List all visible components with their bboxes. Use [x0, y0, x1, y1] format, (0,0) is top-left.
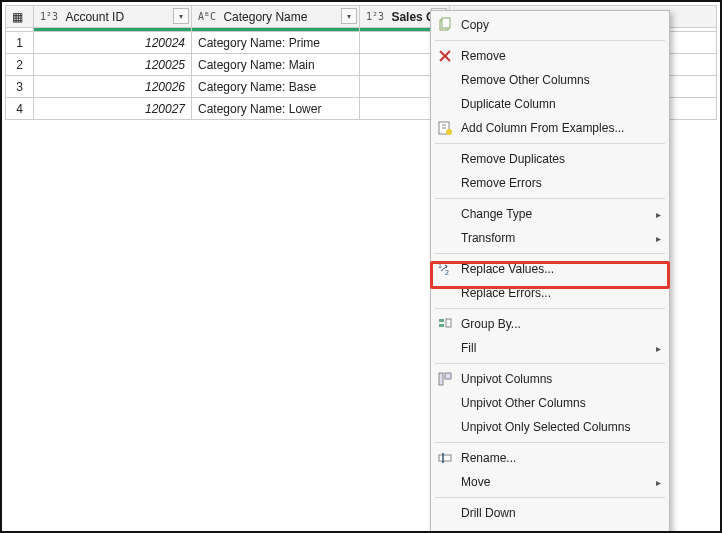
cell-category-name[interactable]: Category Name: Main — [192, 54, 360, 76]
menu-label: Drill Down — [461, 506, 516, 520]
menu-label: Group By... — [461, 317, 521, 331]
menu-label: Remove Duplicates — [461, 152, 565, 166]
menu-separator — [435, 253, 665, 254]
menu-label: Duplicate Column — [461, 97, 556, 111]
remove-icon — [436, 47, 454, 65]
table-corner[interactable]: ▦ — [6, 6, 34, 28]
menu-label: Add Column From Examples... — [461, 121, 624, 135]
cell-category-name[interactable]: Category Name: Base — [192, 76, 360, 98]
menu-remove-duplicates[interactable]: Remove Duplicates — [431, 147, 669, 171]
cell-category-name[interactable]: Category Name: Prime — [192, 32, 360, 54]
cell-account-id[interactable]: 120025 — [34, 54, 192, 76]
svg-rect-15 — [439, 455, 451, 461]
column-header-account-id[interactable]: 1²3 Account ID ▾ — [34, 6, 192, 28]
svg-rect-1 — [442, 18, 450, 28]
menu-label: Unpivot Only Selected Columns — [461, 420, 630, 434]
menu-separator — [435, 198, 665, 199]
menu-label: Transform — [461, 231, 515, 245]
menu-transform[interactable]: Transform — [431, 226, 669, 250]
menu-label: Copy — [461, 18, 489, 32]
menu-label: Remove — [461, 49, 506, 63]
filter-dropdown-icon[interactable]: ▾ — [341, 8, 357, 24]
row-number[interactable]: 3 — [6, 76, 34, 98]
column-context-menu: Copy Remove Remove Other Columns Duplica… — [430, 10, 670, 533]
menu-label: Unpivot Other Columns — [461, 396, 586, 410]
replace-values-icon: 12 — [436, 260, 454, 278]
cell-account-id[interactable]: 120027 — [34, 98, 192, 120]
svg-rect-14 — [445, 373, 451, 379]
menu-separator — [435, 442, 665, 443]
menu-label: Fill — [461, 341, 476, 355]
menu-remove-errors[interactable]: Remove Errors — [431, 171, 669, 195]
menu-copy[interactable]: Copy — [431, 13, 669, 37]
menu-label: Remove Other Columns — [461, 73, 590, 87]
menu-replace-values[interactable]: 12 Replace Values... — [431, 257, 669, 281]
row-number[interactable]: 4 — [6, 98, 34, 120]
svg-text:2: 2 — [445, 269, 449, 276]
svg-rect-12 — [446, 319, 451, 327]
menu-label: Move — [461, 475, 490, 489]
menu-remove-other-columns[interactable]: Remove Other Columns — [431, 68, 669, 92]
text-type-icon: AᴮC — [198, 11, 216, 22]
menu-label: Replace Values... — [461, 262, 554, 276]
menu-add-as-new-query[interactable]: Add as New Query — [431, 525, 669, 533]
menu-label: Change Type — [461, 207, 532, 221]
menu-remove[interactable]: Remove — [431, 44, 669, 68]
menu-rename[interactable]: Rename... — [431, 446, 669, 470]
menu-separator — [435, 40, 665, 41]
svg-rect-10 — [439, 319, 444, 322]
column-label: Account ID — [65, 10, 124, 24]
column-label: Category Name — [223, 10, 307, 24]
menu-separator — [435, 497, 665, 498]
menu-fill[interactable]: Fill — [431, 336, 669, 360]
numeric-type-icon: 1²3 — [40, 11, 58, 22]
menu-label: Replace Errors... — [461, 286, 551, 300]
menu-separator — [435, 363, 665, 364]
column-header-category-name[interactable]: AᴮC Category Name ▾ — [192, 6, 360, 28]
filter-dropdown-icon[interactable]: ▾ — [173, 8, 189, 24]
menu-replace-errors[interactable]: Replace Errors... — [431, 281, 669, 305]
menu-group-by[interactable]: Group By... — [431, 312, 669, 336]
menu-drill-down[interactable]: Drill Down — [431, 501, 669, 525]
add-column-icon — [436, 119, 454, 137]
numeric-type-icon: 1²3 — [366, 11, 384, 22]
menu-separator — [435, 143, 665, 144]
menu-add-column-from-examples[interactable]: Add Column From Examples... — [431, 116, 669, 140]
unpivot-icon — [436, 370, 454, 388]
row-number[interactable]: 1 — [6, 32, 34, 54]
rename-icon — [436, 449, 454, 467]
group-by-icon — [436, 315, 454, 333]
svg-text:1: 1 — [438, 262, 442, 269]
menu-unpivot-columns[interactable]: Unpivot Columns — [431, 367, 669, 391]
menu-label: Unpivot Columns — [461, 372, 552, 386]
cell-category-name[interactable]: Category Name: Lower — [192, 98, 360, 120]
cell-account-id[interactable]: 120026 — [34, 76, 192, 98]
svg-point-7 — [446, 129, 452, 135]
menu-unpivot-selected-columns[interactable]: Unpivot Only Selected Columns — [431, 415, 669, 439]
menu-label: Rename... — [461, 451, 516, 465]
menu-unpivot-other-columns[interactable]: Unpivot Other Columns — [431, 391, 669, 415]
svg-rect-13 — [439, 373, 443, 385]
copy-icon — [436, 16, 454, 34]
menu-move[interactable]: Move — [431, 470, 669, 494]
table-icon: ▦ — [12, 10, 23, 24]
cell-account-id[interactable]: 120024 — [34, 32, 192, 54]
menu-separator — [435, 308, 665, 309]
row-number[interactable]: 2 — [6, 54, 34, 76]
svg-rect-11 — [439, 324, 444, 327]
menu-label: Remove Errors — [461, 176, 542, 190]
menu-duplicate-column[interactable]: Duplicate Column — [431, 92, 669, 116]
menu-change-type[interactable]: Change Type — [431, 202, 669, 226]
